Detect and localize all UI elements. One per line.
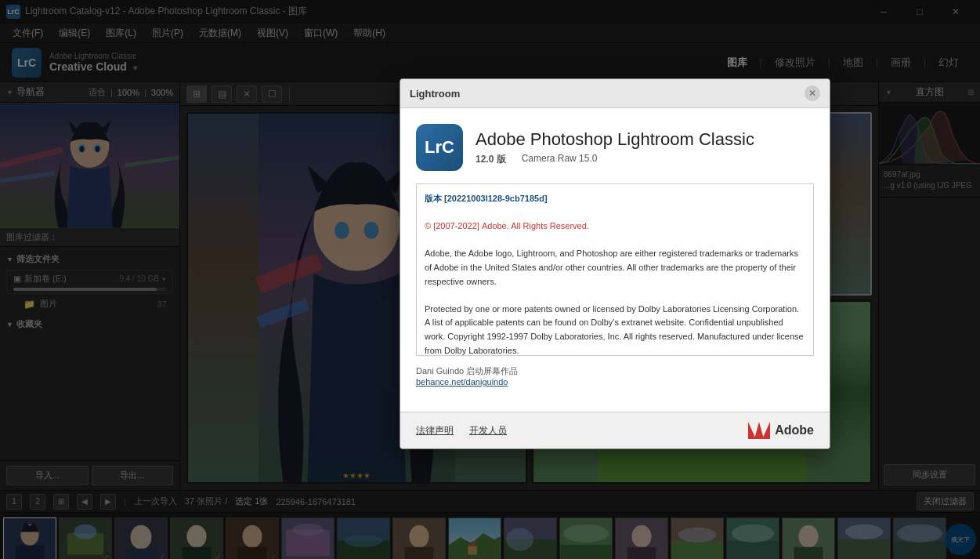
- dialog-credits: Dani Guindo 启动屏幕作品 behance.net/daniguind…: [416, 365, 814, 387]
- credits-author: Dani Guindo 启动屏幕作品: [416, 365, 814, 377]
- about-dialog: Lightroom ✕ LrC Adobe Photoshop Lightroo…: [400, 78, 830, 449]
- dialog-app-name: Adobe Photoshop Lightroom Classic: [476, 129, 754, 150]
- version-line: 版本 [20221003l128-9cb7185d]: [425, 194, 548, 203]
- footer-links: 法律声明 开发人员: [416, 424, 507, 437]
- dialog-footer: 法律声明 开发人员 Adobe: [400, 412, 830, 448]
- dialog-overlay: Lightroom ✕ LrC Adobe Photoshop Lightroo…: [0, 0, 980, 559]
- adobe-text: Adobe: [775, 423, 814, 437]
- dialog-camera-raw: Camera Raw 15.0: [522, 153, 598, 166]
- developers-link[interactable]: 开发人员: [469, 424, 507, 437]
- dialog-version-label: 12.0 版: [476, 153, 506, 166]
- legal-link[interactable]: 法律声明: [416, 424, 454, 437]
- copyright-line: © [2007-2022] Adobe. All Rights Reserved…: [425, 221, 589, 230]
- adobe-logo-area: Adobe: [748, 422, 814, 439]
- adobe-logo-icon: [748, 422, 770, 439]
- dialog-title: Lightroom: [410, 88, 460, 100]
- legal-body: Adobe, the Adobe logo, Lightroom, and Ph…: [425, 249, 804, 356]
- dialog-version-row: 12.0 版 Camera Raw 15.0: [476, 153, 754, 166]
- credits-link[interactable]: behance.net/daniguindo: [416, 377, 508, 387]
- dialog-app-logo: LrC: [416, 124, 463, 171]
- dialog-close-button[interactable]: ✕: [805, 85, 820, 101]
- svg-marker-82: [754, 422, 764, 439]
- svg-marker-81: [762, 422, 770, 439]
- dialog-app-info: Adobe Photoshop Lightroom Classic 12.0 版…: [476, 129, 754, 166]
- svg-marker-80: [748, 422, 756, 439]
- dialog-titlebar: Lightroom ✕: [400, 79, 830, 108]
- dialog-app-header: LrC Adobe Photoshop Lightroom Classic 12…: [416, 124, 814, 171]
- dialog-content: LrC Adobe Photoshop Lightroom Classic 12…: [400, 108, 830, 412]
- dialog-legal-text[interactable]: 版本 [20221003l128-9cb7185d] © [2007-2022]…: [416, 183, 814, 356]
